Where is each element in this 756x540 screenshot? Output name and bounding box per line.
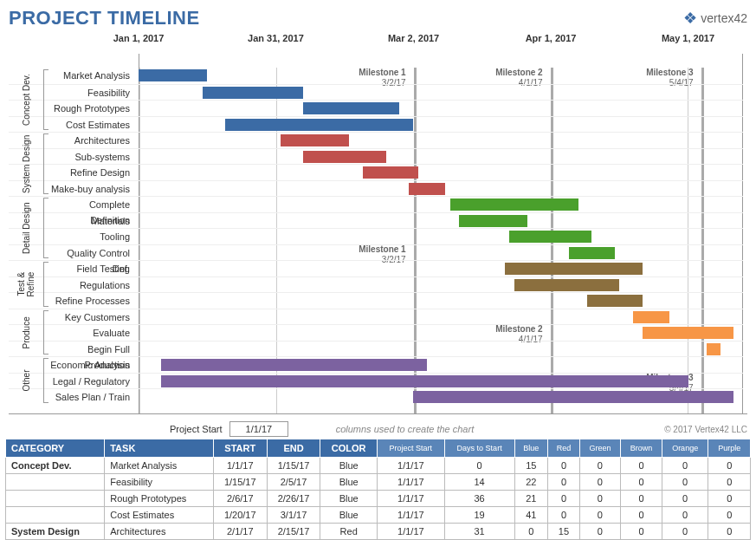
cell-value: 15 — [514, 458, 548, 474]
cell-value: 15 — [548, 524, 580, 540]
cell-value: 0 — [662, 474, 708, 491]
time-tick: May 1, 2017 — [662, 33, 714, 43]
cell-value: 21 — [514, 491, 548, 507]
task-bar — [450, 198, 578, 211]
cell-value: 0 — [621, 491, 662, 507]
task-label: Make-buy analysis — [48, 181, 134, 197]
task-label: Evaluate — [48, 325, 134, 341]
cell-value: 0 — [662, 458, 708, 474]
cell-value: 0 — [548, 474, 580, 491]
task-bar — [139, 69, 207, 81]
cell-value: 0 — [708, 491, 751, 507]
task-label: Tooling — [48, 229, 134, 244]
task-bar — [514, 279, 620, 291]
table-row: Feasibility1/15/172/5/17Blue1/1/17142200… — [6, 474, 751, 491]
cell-value: 0 — [579, 474, 620, 491]
group-label: System Design — [9, 132, 43, 196]
cell-end: 3/1/17 — [267, 507, 320, 524]
task-label: Regulations — [48, 277, 134, 293]
task-row: Refine Design — [9, 164, 743, 180]
task-row: Quality Control Def. — [9, 244, 743, 261]
task-bar — [633, 311, 669, 323]
task-bar — [413, 391, 733, 403]
cell-end: 1/15/17 — [267, 458, 320, 474]
table-row: Rough Prototypes2/6/172/26/17Blue1/1/173… — [6, 491, 751, 507]
cell-ps: 1/1/17 — [377, 507, 444, 524]
cell-days: 31 — [444, 524, 514, 540]
task-bar — [505, 263, 643, 275]
th-brown: Brown — [621, 439, 662, 458]
task-label: Economic Analysis — [48, 357, 134, 373]
cell-color: Blue — [320, 474, 378, 491]
logo-icon: ❖ — [683, 9, 697, 28]
task-bar — [643, 327, 734, 339]
cell-value: 0 — [621, 474, 662, 491]
th-purple: Purple — [708, 439, 751, 458]
cell-ps: 1/1/17 — [377, 491, 444, 507]
cell-value: 0 — [579, 491, 620, 507]
cell-ps: 1/1/17 — [377, 458, 444, 474]
task-row: Legal / Regulatory — [9, 373, 743, 389]
cell-days: 36 — [444, 491, 514, 507]
task-label: Cost Estimates — [48, 117, 134, 133]
task-label: Legal / Regulatory — [48, 374, 134, 389]
task-bar — [409, 183, 445, 195]
cell-cat: Concept Dev. — [6, 458, 105, 474]
group-bracket — [43, 69, 48, 130]
task-bar — [569, 247, 615, 259]
task-row: Cost Estimates — [9, 116, 743, 133]
task-row: Rough Prototypes — [9, 100, 743, 116]
task-bar — [707, 343, 720, 355]
task-row: Sub-systems — [9, 148, 743, 165]
th-orange: Orange — [662, 439, 708, 458]
cell-value: 0 — [579, 507, 620, 524]
task-row: Architectures — [9, 132, 743, 148]
cell-value: 0 — [708, 507, 751, 524]
data-table: CATEGORY TASK START END COLOR Project St… — [5, 439, 751, 540]
task-label: Sub-systems — [48, 149, 134, 165]
task-row: Evaluate — [9, 324, 743, 341]
project-start-label: Project Start — [170, 424, 223, 434]
task-label: Market Analysis — [48, 68, 134, 83]
cell-days: 19 — [444, 507, 514, 524]
cell-value: 0 — [548, 491, 580, 507]
cell-ps: 1/1/17 — [377, 524, 444, 540]
cell-start: 1/1/17 — [213, 458, 267, 474]
cell-cat — [6, 507, 105, 524]
task-row: Regulations — [9, 277, 743, 293]
cell-value: 41 — [514, 507, 548, 524]
page-title: PROJECT TIMELINE — [9, 7, 200, 29]
task-label: Refine Processes — [48, 293, 134, 309]
group-bracket — [43, 310, 48, 355]
th-color: COLOR — [320, 439, 378, 458]
group-bracket — [43, 262, 48, 307]
cell-cat: System Design — [6, 524, 105, 540]
chart-note: columns used to create the chart — [336, 424, 475, 434]
group-bracket — [43, 358, 48, 403]
th-start: START — [213, 439, 267, 458]
project-start-value: 1/1/17 — [229, 421, 289, 437]
task-label: Feasibility — [48, 85, 134, 101]
task-row: Materials — [9, 212, 743, 229]
cell-value: 0 — [548, 507, 580, 524]
copyright: © 2017 Vertex42 LLC — [664, 425, 747, 434]
task-bar — [459, 215, 527, 227]
cell-value: 22 — [514, 474, 548, 491]
task-label: Materials — [48, 213, 134, 229]
time-tick: Mar 2, 2017 — [388, 33, 439, 43]
th-red: Red — [548, 439, 580, 458]
task-row: Begin Full Production — [9, 341, 743, 357]
task-bar — [509, 231, 591, 243]
table-row: Cost Estimates1/20/173/1/17Blue1/1/17194… — [6, 507, 751, 524]
cell-end: 2/26/17 — [267, 491, 320, 507]
task-label: Rough Prototypes — [48, 101, 134, 116]
th-end: END — [267, 439, 320, 458]
group-label: Detail Design — [9, 196, 43, 260]
cell-color: Blue — [320, 458, 378, 474]
cell-value: 0 — [662, 524, 708, 540]
cell-start: 1/15/17 — [213, 474, 267, 491]
cell-value: 0 — [579, 524, 620, 540]
group-label: Concept Dev. — [9, 68, 43, 132]
group-bracket — [43, 198, 48, 258]
cell-task: Market Analysis — [105, 458, 214, 474]
